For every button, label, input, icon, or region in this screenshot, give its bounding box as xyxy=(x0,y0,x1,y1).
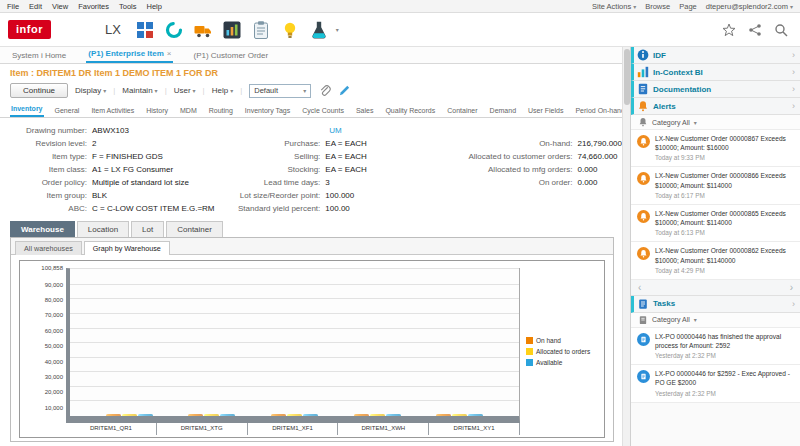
bar-available[interactable] xyxy=(303,414,318,416)
menu-label: Help xyxy=(212,86,228,95)
site-actions-menu[interactable]: Site Actions▾ xyxy=(592,2,636,11)
feed-item[interactable]: LX-New Customer Order 00000865 Exceeds $… xyxy=(631,205,800,242)
bar-allocated-to-orders[interactable] xyxy=(370,414,385,416)
bar-on-hand[interactable] xyxy=(436,414,451,416)
form-gap xyxy=(402,124,459,215)
tab-inventory[interactable]: Inventory xyxy=(10,102,44,117)
clipboard-icon[interactable] xyxy=(251,20,271,40)
alerts-filter[interactable]: Category All ▾ xyxy=(631,115,800,130)
tasks-filter[interactable]: Category All ▾ xyxy=(631,313,800,328)
feed-item[interactable]: LX-New Customer Order 00000866 Exceeds $… xyxy=(631,167,800,204)
tab-cycle-counts[interactable]: Cycle Counts xyxy=(301,104,345,117)
ideas-icon[interactable] xyxy=(280,20,300,40)
tab-demand[interactable]: Demand xyxy=(489,104,517,117)
tab-item-activities[interactable]: Item Activities xyxy=(90,104,135,117)
bar-on-hand[interactable] xyxy=(271,414,286,416)
view-select[interactable]: Default▾ xyxy=(249,84,311,98)
warehouse-tab-warehouse[interactable]: Warehouse xyxy=(10,221,75,237)
form-row: Item type:F = FINISHED GDS xyxy=(10,150,229,163)
section-alerts[interactable]: Alerts › xyxy=(631,98,800,115)
view-tab-graph-by-warehouse[interactable]: Graph by Warehouse xyxy=(84,241,170,255)
continue-button[interactable]: Continue xyxy=(10,83,68,98)
bar-available[interactable] xyxy=(138,414,153,416)
tab-routing[interactable]: Routing xyxy=(208,104,234,117)
section-in-context-bi[interactable]: In-Context BI› xyxy=(631,64,800,81)
edit-pencil-icon[interactable] xyxy=(338,84,351,97)
view-tabs: All warehousesGraph by Warehouse xyxy=(11,238,613,255)
tab-sales[interactable]: Sales xyxy=(355,104,375,117)
field-value: 0.000 xyxy=(578,178,598,187)
feed-item-time: Today at 9:33 PM xyxy=(655,154,794,161)
tab-container[interactable]: Container xyxy=(446,104,478,117)
attachment-paperclip-icon[interactable] xyxy=(318,84,331,97)
um-header-row: UM xyxy=(229,124,402,137)
idf-info-icon xyxy=(637,49,649,61)
legend-label: Allocated to orders xyxy=(536,348,590,355)
bar-allocated-to-orders[interactable] xyxy=(204,414,219,416)
analytics-icon[interactable] xyxy=(222,20,242,40)
tab-quality-records[interactable]: Quality Records xyxy=(384,104,436,117)
bar-available[interactable] xyxy=(468,414,483,416)
field-value: C = C-LOW COST ITEM E.G.=RM xyxy=(92,204,215,213)
share-icon[interactable] xyxy=(748,23,762,37)
feed-item[interactable]: LX-PO 00000446 for $2592 - Exec Approved… xyxy=(631,365,800,402)
menu-help[interactable]: Help▾ xyxy=(212,86,233,95)
warehouse-tab-container[interactable]: Container xyxy=(166,221,223,237)
shipping-icon[interactable] xyxy=(193,20,213,40)
bar-available[interactable] xyxy=(220,414,235,416)
menu-help[interactable]: Help xyxy=(147,2,162,11)
tab-mdm[interactable]: MDM xyxy=(179,104,198,117)
menu-user[interactable]: User▾ xyxy=(174,86,196,95)
search-icon[interactable] xyxy=(774,23,788,37)
bar-on-hand[interactable] xyxy=(106,414,121,416)
close-tab-icon[interactable]: × xyxy=(167,49,172,58)
bar-on-hand[interactable] xyxy=(354,414,369,416)
page-tab[interactable]: Page xyxy=(679,2,697,11)
user-menu[interactable]: dteperu@splendor2.com▾ xyxy=(706,2,793,11)
menu-favorites[interactable]: Favorites xyxy=(78,2,109,11)
tab-inventory-tags[interactable]: Inventory Tags xyxy=(244,104,291,117)
prev-page-icon[interactable]: ‹ xyxy=(638,282,641,293)
labs-icon[interactable] xyxy=(309,20,329,40)
bar-allocated-to-orders[interactable] xyxy=(452,414,467,416)
tab-history[interactable]: History xyxy=(145,104,169,117)
feed-item[interactable]: LX-New Customer Order 00000867 Exceeds $… xyxy=(631,130,800,167)
nav-tab-p1-customer-order[interactable]: (P1) Customer Order xyxy=(191,48,270,63)
menu-tools[interactable]: Tools xyxy=(119,2,137,11)
section-tasks[interactable]: Tasks › xyxy=(631,296,800,313)
section-idf[interactable]: IDF› xyxy=(631,47,800,64)
feed-item[interactable]: LX-New Customer Order 00000862 Exceeds $… xyxy=(631,242,800,279)
view-tab-all-warehouses[interactable]: All warehouses xyxy=(15,241,82,255)
bar-available[interactable] xyxy=(386,414,401,416)
field-label: Stocking: xyxy=(229,165,325,174)
bar-allocated-to-orders[interactable] xyxy=(122,414,137,416)
star-icon[interactable] xyxy=(722,23,736,37)
tab-general[interactable]: General xyxy=(54,104,81,117)
scrollbar-thumb[interactable] xyxy=(624,49,630,105)
menu-view[interactable]: View xyxy=(52,2,68,11)
menu-file[interactable]: File xyxy=(7,2,19,11)
vertical-scrollbar[interactable] xyxy=(622,47,630,446)
bar-on-hand[interactable] xyxy=(188,414,203,416)
alerts-list: LX-New Customer Order 00000867 Exceeds $… xyxy=(631,130,800,280)
tab-user-fields[interactable]: User Fields xyxy=(527,104,564,117)
separator: | xyxy=(165,86,167,95)
apps-overflow-caret-icon[interactable]: ▾ xyxy=(336,26,339,33)
mingle-icon[interactable] xyxy=(164,20,184,40)
warehouse-tab-location[interactable]: Location xyxy=(77,221,129,237)
feed-item-body: LX-New Customer Order 00000867 Exceeds $… xyxy=(655,134,794,161)
bar-allocated-to-orders[interactable] xyxy=(287,414,302,416)
menu-edit[interactable]: Edit xyxy=(29,2,42,11)
section-documentation[interactable]: Documentation› xyxy=(631,81,800,98)
nav-tab-system-i-home[interactable]: System i Home xyxy=(10,48,68,63)
nav-tab-p1-enterprise-item[interactable]: (P1) Enterprise Item× xyxy=(86,46,173,63)
warehouse-tab-lot[interactable]: Lot xyxy=(131,221,164,237)
apps-grid-icon[interactable] xyxy=(135,20,155,40)
feed-item[interactable]: LX-PO 00000446 has finished the approval… xyxy=(631,328,800,365)
menu-maintain[interactable]: Maintain▾ xyxy=(122,86,157,95)
next-page-icon[interactable]: › xyxy=(790,282,793,293)
browse-tab[interactable]: Browse xyxy=(645,2,670,11)
field-label: Item group: xyxy=(10,191,92,200)
menu-display[interactable]: Display▾ xyxy=(75,86,106,95)
tasks-filter-label: Category All xyxy=(652,316,690,323)
